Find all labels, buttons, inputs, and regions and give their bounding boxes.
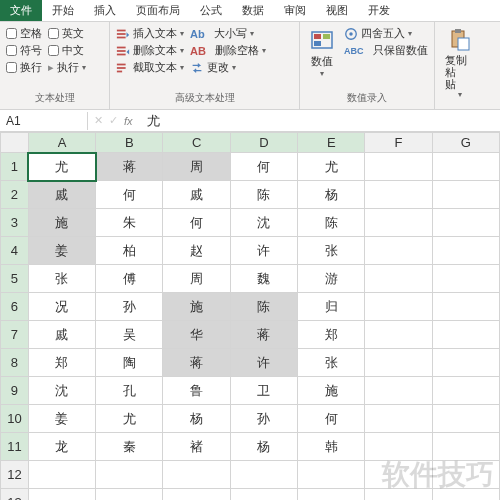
cell-B1[interactable]: 蒋 xyxy=(96,153,163,181)
cell-C5[interactable]: 周 xyxy=(163,265,230,293)
cell-G13[interactable] xyxy=(432,489,499,501)
cell-B3[interactable]: 朱 xyxy=(96,209,163,237)
execute-button[interactable]: ▸执行▾ xyxy=(48,60,86,75)
cell-B5[interactable]: 傅 xyxy=(96,265,163,293)
cell-B12[interactable] xyxy=(96,461,163,489)
cell-E7[interactable]: 郑 xyxy=(298,321,365,349)
insert-text-button[interactable]: 插入文本▾ xyxy=(116,26,184,41)
cell-D12[interactable] xyxy=(230,461,297,489)
cell-D7[interactable]: 蒋 xyxy=(230,321,297,349)
cell-C13[interactable] xyxy=(163,489,230,501)
col-header-F[interactable]: F xyxy=(365,133,432,153)
cell-F12[interactable] xyxy=(365,461,432,489)
cell-E6[interactable]: 归 xyxy=(298,293,365,321)
cell-D10[interactable]: 孙 xyxy=(230,405,297,433)
cell-E11[interactable]: 韩 xyxy=(298,433,365,461)
cell-F5[interactable] xyxy=(365,265,432,293)
cell-F13[interactable] xyxy=(365,489,432,501)
tab-insert[interactable]: 插入 xyxy=(84,0,126,21)
cell-D6[interactable]: 陈 xyxy=(230,293,297,321)
cell-B10[interactable]: 尤 xyxy=(96,405,163,433)
keep-number-button[interactable]: ABC 只保留数值 xyxy=(344,43,428,58)
cancel-icon[interactable]: ✕ xyxy=(94,114,103,127)
cell-F4[interactable] xyxy=(365,237,432,265)
check-symbol[interactable]: 符号 xyxy=(6,43,42,58)
cell-G4[interactable] xyxy=(432,237,499,265)
col-header-E[interactable]: E xyxy=(298,133,365,153)
cell-A10[interactable]: 姜 xyxy=(28,405,95,433)
cell-F11[interactable] xyxy=(365,433,432,461)
tab-file[interactable]: 文件 xyxy=(0,0,42,21)
cell-D5[interactable]: 魏 xyxy=(230,265,297,293)
cell-E2[interactable]: 杨 xyxy=(298,181,365,209)
delete-text-button[interactable]: 删除文本▾ xyxy=(116,43,184,58)
cell-C8[interactable]: 蒋 xyxy=(163,349,230,377)
cell-C7[interactable]: 华 xyxy=(163,321,230,349)
cell-G10[interactable] xyxy=(432,405,499,433)
cell-C9[interactable]: 鲁 xyxy=(163,377,230,405)
name-box[interactable]: A1 xyxy=(0,112,88,130)
cell-G1[interactable] xyxy=(432,153,499,181)
cell-E8[interactable]: 张 xyxy=(298,349,365,377)
cell-B8[interactable]: 陶 xyxy=(96,349,163,377)
copy-paste-button[interactable]: 复制粘 贴▾ xyxy=(441,26,479,101)
row-header-9[interactable]: 9 xyxy=(1,377,29,405)
cell-A1[interactable]: 尤 xyxy=(28,153,95,181)
row-header-13[interactable]: 13 xyxy=(1,489,29,501)
cell-G7[interactable] xyxy=(432,321,499,349)
cell-G5[interactable] xyxy=(432,265,499,293)
cell-E5[interactable]: 游 xyxy=(298,265,365,293)
cell-C3[interactable]: 何 xyxy=(163,209,230,237)
cell-G11[interactable] xyxy=(432,433,499,461)
cell-E10[interactable]: 何 xyxy=(298,405,365,433)
cell-A5[interactable]: 张 xyxy=(28,265,95,293)
cell-D4[interactable]: 许 xyxy=(230,237,297,265)
cell-E9[interactable]: 施 xyxy=(298,377,365,405)
cell-F9[interactable] xyxy=(365,377,432,405)
cell-F6[interactable] xyxy=(365,293,432,321)
cell-B6[interactable]: 孙 xyxy=(96,293,163,321)
round-button[interactable]: 四舍五入▾ xyxy=(344,26,428,41)
cell-E3[interactable]: 陈 xyxy=(298,209,365,237)
cell-A9[interactable]: 沈 xyxy=(28,377,95,405)
tab-data[interactable]: 数据 xyxy=(232,0,274,21)
col-header-C[interactable]: C xyxy=(163,133,230,153)
check-space[interactable]: 空格 xyxy=(6,26,42,41)
col-header-D[interactable]: D xyxy=(230,133,297,153)
cell-C11[interactable]: 褚 xyxy=(163,433,230,461)
tab-dev[interactable]: 开发 xyxy=(358,0,400,21)
row-header-10[interactable]: 10 xyxy=(1,405,29,433)
check-english[interactable]: 英文 xyxy=(48,26,86,41)
cell-A6[interactable]: 况 xyxy=(28,293,95,321)
enter-icon[interactable]: ✓ xyxy=(109,114,118,127)
col-header-G[interactable]: G xyxy=(432,133,499,153)
cell-A7[interactable]: 戚 xyxy=(28,321,95,349)
cell-G9[interactable] xyxy=(432,377,499,405)
cell-A4[interactable]: 姜 xyxy=(28,237,95,265)
cell-A8[interactable]: 郑 xyxy=(28,349,95,377)
cell-G12[interactable] xyxy=(432,461,499,489)
col-header-B[interactable]: B xyxy=(96,133,163,153)
cell-E12[interactable] xyxy=(298,461,365,489)
tab-home[interactable]: 开始 xyxy=(42,0,84,21)
formula-input[interactable]: 尤 xyxy=(139,110,168,132)
cell-B4[interactable]: 柏 xyxy=(96,237,163,265)
cell-G6[interactable] xyxy=(432,293,499,321)
row-header-2[interactable]: 2 xyxy=(1,181,29,209)
tab-review[interactable]: 审阅 xyxy=(274,0,316,21)
change-button[interactable]: 更改▾ xyxy=(190,60,266,75)
cell-C1[interactable]: 周 xyxy=(163,153,230,181)
cell-B7[interactable]: 吴 xyxy=(96,321,163,349)
cell-F8[interactable] xyxy=(365,349,432,377)
cell-A13[interactable] xyxy=(28,489,95,501)
cell-E13[interactable] xyxy=(298,489,365,501)
cell-D3[interactable]: 沈 xyxy=(230,209,297,237)
row-header-12[interactable]: 12 xyxy=(1,461,29,489)
cell-C10[interactable]: 杨 xyxy=(163,405,230,433)
check-chinese[interactable]: 中文 xyxy=(48,43,86,58)
trim-text-button[interactable]: 截取文本▾ xyxy=(116,60,184,75)
delete-space-button[interactable]: AB 删除空格▾ xyxy=(190,43,266,58)
cell-F3[interactable] xyxy=(365,209,432,237)
cell-B11[interactable]: 秦 xyxy=(96,433,163,461)
cell-C4[interactable]: 赵 xyxy=(163,237,230,265)
